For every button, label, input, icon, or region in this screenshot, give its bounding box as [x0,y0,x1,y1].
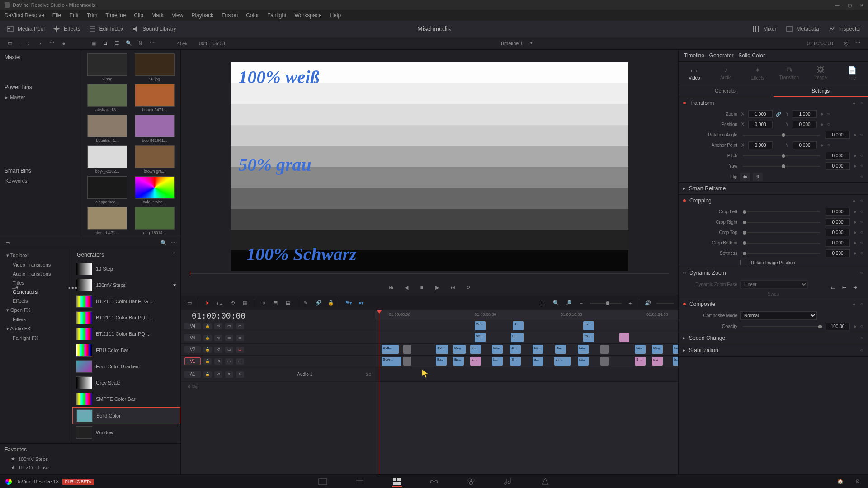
razor-icon[interactable]: ✎ [302,299,310,307]
fairlight-page-icon[interactable] [503,477,513,487]
scope-icon[interactable]: ◎ [843,40,849,47]
timeline-clip[interactable]: S... [510,345,521,354]
solo-icon[interactable]: S [225,371,233,378]
next-frame-icon[interactable]: ⏭ [448,283,457,292]
cropping-header[interactable]: Cropping [689,197,712,204]
timeline-clip[interactable]: So... [436,345,448,354]
trim-tool-icon[interactable]: ⫞⫠ [216,299,224,307]
crop-right-input[interactable] [826,218,850,226]
media-thumb[interactable]: brown gra... [132,145,177,174]
timeline-dropdown-icon[interactable]: ▾ [530,41,532,45]
fwd-icon[interactable]: › [37,40,43,47]
speed-header[interactable]: Speed Change [689,335,725,341]
dz-ease-select[interactable]: Linear [740,280,808,289]
flip-v-icon[interactable]: ⇅ [753,173,763,181]
zoom-y-input[interactable] [793,110,817,118]
retain-checkbox[interactable] [740,260,745,265]
timeline-clip[interactable]: S... [635,357,646,366]
sound-library-button[interactable]: Sound Library [132,25,176,33]
track-head-v1[interactable]: V1🔒⟲▭▭ [181,356,375,367]
lock-icon[interactable]: 🔒 [327,299,335,307]
media-thumb[interactable]: clapperboa... [85,176,130,204]
dz-swap-button[interactable]: Swap [768,291,779,296]
thumb-view-icon[interactable]: ▦ [90,40,97,47]
timeline-clip[interactable] [600,357,609,366]
transform-header[interactable]: Transform [689,100,714,106]
close-icon[interactable]: ✕ [860,3,863,8]
fx-more-icon[interactable]: ⋯ [170,239,176,246]
deliver-page-icon[interactable] [540,477,550,487]
record-icon[interactable]: ● [61,40,67,47]
smart-bins-header[interactable]: Smart Bins [0,165,81,177]
timeline-clip[interactable]: lig... [453,357,464,366]
menu-workspace[interactable]: Workspace [295,12,322,19]
media-thumb[interactable]: abstract-18... [85,84,130,112]
track-a1[interactable] [375,367,678,382]
more-icon[interactable]: ⋯ [49,40,55,47]
track-head-v3[interactable]: V3🔒⟲▭▭ [181,332,375,344]
fx-item-bt-2111-color-bar-hlg-[interactable]: BT.2111 Color Bar HLG ... [72,293,180,310]
color-page-icon[interactable] [466,477,476,487]
minimize-icon[interactable]: — [835,3,840,8]
timeline-clip[interactable]: S... [510,357,521,366]
menu-edit[interactable]: Edit [69,12,79,19]
timeline-clip[interactable]: sc... [492,345,503,354]
fx-item-100mv-steps[interactable]: 100mV Steps★ [72,277,180,293]
timeline-clip[interactable] [600,345,609,354]
media-thumb[interactable]: beautiful-1... [85,115,130,143]
menu-davinci-resolve[interactable]: DaVinci Resolve [5,12,44,19]
menu-clip[interactable]: Clip [134,12,143,19]
reset-icon[interactable]: ⟲ [859,101,863,105]
zoom-out-icon[interactable]: − [577,299,585,307]
insert-icon[interactable]: ⇥ [259,299,267,307]
power-bins-master[interactable]: ▸Master [0,93,81,102]
audio-monitor-icon[interactable]: 🔊 [644,299,652,307]
media-thumb[interactable]: 2.png [85,53,130,81]
menu-file[interactable]: File [52,12,61,19]
composite-mode-select[interactable]: Normal [740,311,817,320]
flag-icon[interactable]: ⚑▾ [344,299,353,307]
smart-bins-keywords[interactable]: Keywords [0,177,81,185]
pos-x-input[interactable] [748,121,773,128]
more2-icon[interactable]: ⋯ [149,40,156,47]
insp-tab-video[interactable]: ▭Video [679,62,710,84]
home-icon[interactable]: 🏠 [835,477,845,487]
menu-color[interactable]: Color [246,12,259,19]
sort-icon[interactable]: ⇅ [137,40,144,47]
timeline-ruler[interactable]: 01:00:00:0001:00:08:0001:00:16:0001:00:2… [375,310,678,320]
media-thumb[interactable]: 36.jpg [132,53,177,81]
composite-header[interactable]: Composite [689,301,715,307]
mixer-button[interactable]: Mixer [752,25,776,33]
yaw-input[interactable] [826,162,850,170]
timeline-timecode[interactable]: 01:00:00:00 [186,311,251,320]
anchor-x-input[interactable] [748,141,773,149]
fx-item-bt-2111-color-bar-pq-f-[interactable]: BT.2111 Color Bar PQ F... [72,310,180,326]
cut-page-icon[interactable] [355,477,365,487]
fusion-page-icon[interactable] [429,477,439,487]
timeline-clip[interactable]: Scre... [382,357,401,366]
zoom-in-icon[interactable]: + [626,299,634,307]
timeline-clip[interactable]: sc... [533,345,543,354]
media-thumb[interactable]: bee-561801... [132,115,177,143]
pitch-input[interactable] [826,152,850,160]
fx-tree-open-fx[interactable]: ▾ Open FX [0,305,72,315]
crop-left-input[interactable] [826,208,850,216]
timeline-clip[interactable]: s... [470,357,481,366]
rotation-input[interactable] [826,131,850,139]
timeline-clip[interactable]: sc... [475,333,486,342]
timeline-clip[interactable]: b... [673,357,678,366]
mark-prev-icon[interactable]: ◂ ● ▸ [68,285,78,290]
timeline-clip[interactable]: sc... [578,357,589,366]
menu-fusion[interactable]: Fusion [222,12,238,19]
track-v4[interactable]: Sc...d...ra... [375,320,678,332]
fx-tree-video-transitions[interactable]: Video Transitions [0,260,72,269]
fx-item-smpte-color-bar[interactable]: SMPTE Color Bar [72,391,180,407]
fx-item-10-step[interactable]: 10 Step [72,261,180,277]
track-head-a1[interactable]: A1 🔒 ⟲ S M Audio 1 2.0 [181,367,375,382]
menu-trim[interactable]: Trim [87,12,98,19]
replace-icon[interactable]: ⬓ [284,299,292,307]
auto-sync-icon[interactable]: ⟲ [214,371,222,378]
track-v3[interactable]: sc...u...ra... [375,332,678,344]
media-page-icon[interactable] [318,477,328,487]
menu-view[interactable]: View [172,12,184,19]
